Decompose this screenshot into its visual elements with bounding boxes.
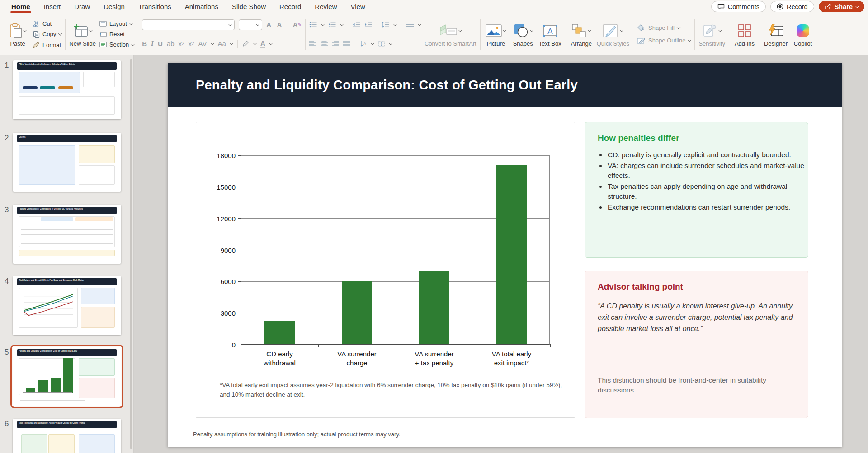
x-category-label: VA surrender charge xyxy=(316,350,398,368)
shapes-chevron-icon xyxy=(530,28,533,32)
copilot-button[interactable]: Copilot xyxy=(791,21,815,47)
tab-transitions[interactable]: Transitions xyxy=(132,0,178,13)
y-tick-label: 12000 xyxy=(217,215,236,222)
tab-review[interactable]: Review xyxy=(308,0,344,13)
arrange-icon xyxy=(571,23,587,38)
underline-button[interactable]: U xyxy=(158,40,163,47)
picture-chevron-icon xyxy=(503,28,506,32)
thumbnail-slide-title: Feature Comparison: Certificates of Depo… xyxy=(17,207,117,214)
chart-card[interactable]: 0300060009000120001500018000CD early wit… xyxy=(196,122,575,418)
slide-canvas: Penalty and Liquidity Comparison: Cost o… xyxy=(134,55,868,453)
tab-insert[interactable]: Insert xyxy=(37,0,68,13)
layout-button[interactable]: Layout xyxy=(99,20,134,27)
new-slide-icon xyxy=(73,24,88,37)
align-left-button[interactable] xyxy=(309,41,316,47)
chart-bar[interactable] xyxy=(419,271,449,344)
slide-thumbnail-5[interactable]: Penalty and Liquidity Comparison: Cost o… xyxy=(13,347,121,406)
bullets-chevron-icon xyxy=(321,22,325,26)
highlight-color-button[interactable] xyxy=(242,41,250,47)
thumbnail-slide-title: Clients xyxy=(17,135,117,142)
comments-button[interactable]: Comments xyxy=(711,1,766,12)
tab-animations[interactable]: Animations xyxy=(178,0,225,13)
layout-icon xyxy=(99,21,107,27)
green-box-bullet: Exchange recommendations can restart sur… xyxy=(607,202,808,212)
tab-view[interactable]: View xyxy=(344,0,372,13)
font-size-select[interactable] xyxy=(239,19,262,30)
sensitivity-button[interactable]: Sensitivity xyxy=(698,21,725,47)
justify-button[interactable] xyxy=(343,41,350,47)
chart-bar[interactable] xyxy=(264,321,295,344)
share-button[interactable]: Share xyxy=(819,1,864,12)
increase-font-size-button[interactable]: Aˆ xyxy=(266,21,273,28)
reset-button[interactable]: Reset xyxy=(99,31,134,37)
shape-fill-button[interactable]: Shape Fill xyxy=(637,24,691,32)
line-spacing-button[interactable] xyxy=(382,22,390,28)
chart-bar[interactable] xyxy=(342,281,372,344)
section-button[interactable]: Section xyxy=(99,41,134,48)
clear-formatting-button[interactable]: A✎ xyxy=(293,21,302,28)
svg-text:A: A xyxy=(363,42,366,46)
advisor-talking-point-box[interactable]: Advisor talking point “A CD penalty is u… xyxy=(585,271,808,418)
menu-tabs: HomeInsertDrawDesignTransitionsAnimation… xyxy=(0,0,372,13)
smartart-chevron-icon xyxy=(458,28,462,32)
designer-button[interactable]: Designer xyxy=(764,21,788,47)
paste-button[interactable]: Paste xyxy=(6,21,29,47)
slide-thumbnail-4[interactable]: Risk/Return and Growth Effect: Fee Drag … xyxy=(13,276,121,335)
arrange-button[interactable]: Arrange xyxy=(570,21,593,47)
tab-record[interactable]: Record xyxy=(273,0,308,13)
slide-thumbnail-1[interactable]: CD to Variable Annuity Rollovers: Fiduci… xyxy=(13,60,121,119)
bold-button[interactable]: B xyxy=(142,40,147,47)
new-slide-button[interactable]: New Slide xyxy=(69,21,96,47)
insert-group: Picture Shapes A Text Box xyxy=(481,15,565,53)
tab-home[interactable]: Home xyxy=(5,0,37,13)
increase-indent-button[interactable] xyxy=(364,22,372,28)
y-tick-label: 3000 xyxy=(221,309,236,317)
tab-draw[interactable]: Draw xyxy=(67,0,97,13)
subscript-button[interactable]: x2 xyxy=(189,40,194,47)
convert-to-smartart-button[interactable]: Convert to SmartArt xyxy=(425,21,476,47)
align-center-button[interactable] xyxy=(321,41,328,47)
how-penalties-differ-box[interactable]: How penalties differ CD: penalty is gene… xyxy=(585,122,808,258)
superscript-button[interactable]: x2 xyxy=(178,40,184,47)
chart-bar[interactable] xyxy=(496,165,527,344)
text-direction-button[interactable]: A xyxy=(360,41,367,47)
x-axis-tick xyxy=(318,344,319,347)
picture-button[interactable]: Picture xyxy=(484,21,508,47)
tab-slide-show[interactable]: Slide Show xyxy=(225,0,273,13)
numbering-button[interactable] xyxy=(328,22,336,28)
decrease-font-size-button[interactable]: Aˇ xyxy=(277,21,283,28)
change-case-button[interactable]: Aa xyxy=(218,40,226,47)
slide-thumbnail-6[interactable]: Risk Tolerance and Suitability: Align Pr… xyxy=(13,419,121,453)
format-painter-button[interactable]: Format xyxy=(33,42,61,48)
y-axis-tick xyxy=(238,313,241,313)
strikethrough-button[interactable]: ab xyxy=(167,40,175,47)
tab-design[interactable]: Design xyxy=(97,0,132,13)
line-spacing-chevron-icon xyxy=(393,22,397,26)
thumbnail-number: 3 xyxy=(5,205,9,215)
align-text-button[interactable] xyxy=(378,41,385,47)
bullets-button[interactable] xyxy=(309,22,317,28)
character-spacing-button[interactable]: AV xyxy=(198,40,207,47)
shape-outline-button[interactable]: Shape Outline xyxy=(637,37,691,44)
font-color-button[interactable]: A xyxy=(260,40,265,48)
current-slide[interactable]: Penalty and Liquidity Comparison: Cost o… xyxy=(168,63,842,447)
slide-title-bar: Penalty and Liquidity Comparison: Cost o… xyxy=(168,63,842,107)
shapes-button[interactable]: Shapes xyxy=(511,21,535,47)
text-box-button[interactable]: A Text Box xyxy=(538,21,562,47)
shape-fill-label: Shape Fill xyxy=(648,24,675,31)
panel-scrollbar[interactable] xyxy=(130,59,132,449)
quick-styles-button[interactable]: Quick Styles xyxy=(597,21,629,47)
font-name-select[interactable] xyxy=(142,19,235,30)
x-axis-tick xyxy=(550,344,551,347)
align-right-button[interactable] xyxy=(332,41,339,47)
add-ins-button[interactable]: Add-ins xyxy=(733,21,756,47)
copy-button[interactable]: Copy xyxy=(33,31,61,38)
slide-thumbnail-2[interactable]: Clients xyxy=(13,133,121,192)
cut-button[interactable]: Cut xyxy=(33,20,61,27)
italic-button[interactable]: I xyxy=(151,40,154,47)
copy-icon xyxy=(33,31,40,38)
record-button[interactable]: Record xyxy=(770,1,814,12)
slide-thumbnail-3[interactable]: Feature Comparison: Certificates of Depo… xyxy=(13,205,121,264)
columns-button[interactable] xyxy=(406,22,414,28)
decrease-indent-button[interactable] xyxy=(353,22,360,28)
